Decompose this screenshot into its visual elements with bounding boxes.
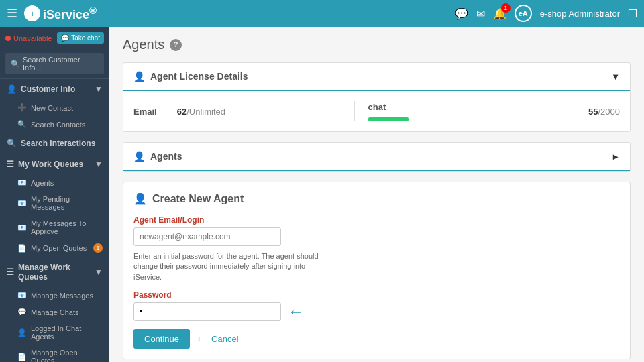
admin-avatar[interactable]: eA [515,5,532,22]
admin-name: e-shop Administrator [540,9,620,19]
sidebar-item-my-open-quotes[interactable]: 📄 My Open Quotes 1 [0,239,109,257]
sidebar-item-my-pending-messages[interactable]: 📧 My Pending Messages [0,191,109,215]
create-agent-title: 👤 Create New Agent [133,192,620,205]
agents-card: 👤 Agents ► [123,142,631,172]
status-dot [5,36,11,41]
chat-nav-icon[interactable]: 💬 [455,7,468,20]
approve-icon: 📧 [17,223,27,232]
cancel-button[interactable]: Cancel [211,334,238,344]
plus-icon: ➕ [17,103,27,112]
password-hint: Enter an initial password for the agent.… [133,251,335,282]
email-nav-icon[interactable]: ✉ [476,7,485,20]
chevron-down-icon-mwq: ▼ [95,267,103,277]
person-icon-create: 👤 [133,192,147,205]
manage-msg-icon: 📧 [17,291,27,300]
email-license-item: Email 62/Unlimited [133,107,341,117]
sidebar-section-customer-info-header[interactable]: 👤 Customer Info ▼ [0,79,109,99]
sidebar-section-manage-work-queues-header[interactable]: ☰ Manage Work Queues ▼ [0,257,109,287]
sidebar-item-my-messages-approve[interactable]: 📧 My Messages To Approve [0,215,109,239]
status-bar: Unavailable 💬 Take chat [0,27,109,49]
chevron-down-icon: ▼ [95,84,103,94]
share-icon[interactable]: ❐ [628,7,637,20]
top-navigation: ☰ i iService® 💬 ✉ 🔔 1 eA e-shop Administ… [0,0,644,27]
chat-license-item: chat [368,102,576,121]
take-chat-button[interactable]: 💬 Take chat [57,32,104,44]
license-card: 👤 Agent License Details ▼ Email 62/Unlim… [123,62,631,132]
sidebar-section-search-interactions-title: 🔍 Search Interactions [7,139,95,148]
chat-license-label: chat [368,102,386,112]
sidebar-section-my-work-queues-header[interactable]: ☰ My Work Queues ▼ [0,154,109,174]
create-agent-card: 👤 Create New Agent Agent Email/Login Ent… [123,182,631,359]
password-label: Password [133,290,620,300]
arrow-indicator: ← [288,302,304,321]
create-agent-section: 👤 Create New Agent Agent Email/Login Ent… [123,182,630,359]
license-card-body: Email 62/Unlimited chat 55/2000 [123,91,630,131]
sidebar-section-my-work-queues-title: ☰ My Work Queues [7,160,83,169]
license-card-title: 👤 Agent License Details [133,71,248,82]
email-login-label: Agent Email/Login [133,215,620,225]
search-icon: 🔍 [11,60,20,68]
chevron-down-icon-wq: ▼ [95,160,103,169]
sidebar-section-my-work-queues: ☰ My Work Queues ▼ 📧 Agents 📧 My Pending… [0,154,109,257]
search-customer-input[interactable]: 🔍 Search Customer Info... [5,53,104,74]
chat-license-bar [368,117,409,121]
pending-icon: 📧 [17,199,27,208]
sidebar-item-logged-in-chat-agents[interactable]: 👤 Logged In Chat Agents [0,320,109,345]
chevron-right-agents: ► [611,152,620,162]
manage-quotes-icon: 📄 [17,353,27,361]
help-icon[interactable]: ? [170,39,182,51]
sidebar-section-search-interactions: 🔍 Search Interactions [0,133,109,154]
search-interactions-icon: 🔍 [7,139,17,148]
email-license-value: 62/Unlimited [177,107,225,117]
agents-card-header[interactable]: 👤 Agents ► [123,143,630,171]
person-icon: 👤 [7,84,17,94]
sidebar-section-customer-info-title: 👤 Customer Info [7,84,75,94]
main-content: Agents ? 👤 Agent License Details ▼ Email… [109,27,644,362]
email-license-label: Email [133,107,157,117]
continue-row: Continue ← Cancel [133,321,620,349]
sidebar-item-my-message-inbox[interactable]: 📧 Agents [0,174,109,191]
agents-card-title: 👤 Agents [133,151,182,162]
nav-right: 💬 ✉ 🔔 1 eA e-shop Administrator ❐ [455,5,637,22]
sidebar-item-manage-chats[interactable]: 💬 Manage Chats [0,304,109,320]
sidebar-section-customer-info: 👤 Customer Info ▼ ➕ New Contact 🔍 Search… [0,78,109,133]
sidebar-section-search-interactions-header[interactable]: 🔍 Search Interactions [0,133,109,154]
logo-icon: i [24,5,40,21]
license-card-header[interactable]: 👤 Agent License Details ▼ [123,63,630,91]
continue-button[interactable]: Continue [133,329,190,349]
chat-agents-icon: 👤 [17,328,27,337]
sidebar-item-search-contacts[interactable]: 🔍 Search Contacts [0,116,109,133]
sidebar-item-manage-messages[interactable]: 📧 Manage Messages [0,287,109,304]
hamburger-menu[interactable]: ☰ [7,6,17,21]
search-box: 🔍 Search Customer Info... [0,49,109,78]
license-row: Email 62/Unlimited chat 55/2000 [133,101,620,121]
status-label: Unavailable [13,34,52,42]
chevron-down-license: ▼ [611,72,620,82]
page-title: Agents ? [123,37,631,52]
nav-left: ☰ i iService® [7,5,97,22]
search-contacts-icon: 🔍 [17,120,27,129]
sidebar-section-manage-work-queues-title: ☰ Manage Work Queues [7,263,95,282]
license-divider [354,101,355,121]
password-input[interactable] [133,302,281,321]
notification-badge: 1 [501,3,511,13]
quotes-badge: 1 [93,243,103,253]
person-icon-license: 👤 [133,71,145,82]
password-row: ← [133,302,620,321]
chat-license-count: 55/2000 [588,107,620,117]
page-title-text: Agents [123,37,164,52]
manage-chats-icon: 💬 [17,308,27,316]
inbox-icon: 📧 [17,178,27,187]
work-queues-icon: ☰ [7,160,14,169]
quotes-icon: 📄 [17,244,27,253]
logo: i iService® [24,5,97,22]
manage-wq-icon: ☰ [7,267,14,277]
search-placeholder-text: Search Customer Info... [23,56,99,72]
status-unavailable: Unavailable [5,34,52,42]
logo-text: iService® [43,5,97,22]
email-login-input[interactable] [133,227,281,246]
sidebar-item-manage-open-quotes[interactable]: 📄 Manage Open Quotes [0,345,109,362]
sidebar-item-new-contact[interactable]: ➕ New Contact [0,99,109,116]
sidebar: Unavailable 💬 Take chat 🔍 Search Custome… [0,27,109,362]
notifications-icon[interactable]: 🔔 1 [493,7,506,20]
